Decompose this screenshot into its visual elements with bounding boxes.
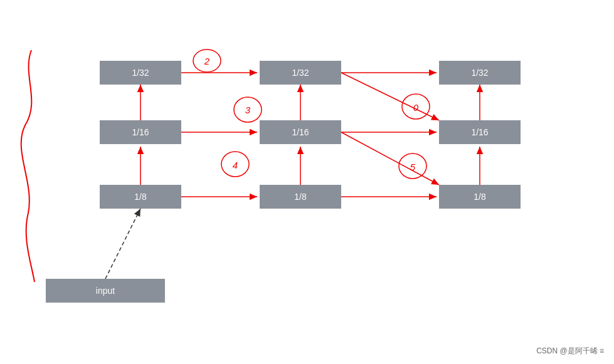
svg-text:0: 0 [413,102,419,113]
node-input: input [46,279,165,303]
svg-text:5: 5 [410,162,416,172]
svg-line-0 [105,209,140,279]
svg-text:3: 3 [245,105,251,115]
watermark: CSDN @是阿千晞 ≡ [536,346,604,356]
svg-line-14 [341,132,439,185]
svg-text:2: 2 [204,56,210,66]
svg-point-19 [221,152,249,177]
svg-text:4: 4 [233,160,238,170]
diagram-container: 2 3 4 0 5 1/32 1/32 1/32 1/16 [0,0,614,364]
node-r1c2: 1/32 [260,61,341,85]
svg-line-13 [341,73,439,120]
node-r1c3: 1/32 [439,61,521,85]
svg-point-21 [402,94,430,119]
arrows-svg: 2 3 4 0 5 [0,0,614,364]
node-r2c3: 1/16 [439,120,521,144]
node-r1c1: 1/32 [100,61,181,85]
node-r2c2: 1/16 [260,120,341,144]
node-r3c1: 1/8 [100,185,181,209]
node-r3c3: 1/8 [439,185,521,209]
node-r3c2: 1/8 [260,185,341,209]
svg-point-15 [193,49,221,72]
svg-point-17 [234,97,262,122]
node-r2c1: 1/16 [100,120,181,144]
svg-point-23 [399,153,426,179]
